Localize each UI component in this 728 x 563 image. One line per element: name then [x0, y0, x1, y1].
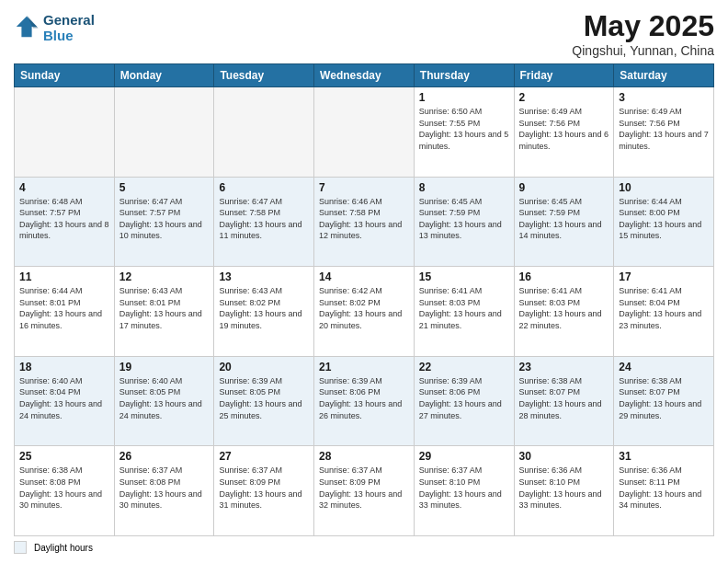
- day-number: 3: [619, 91, 709, 104]
- day-number: 18: [19, 361, 109, 373]
- logo: General Blue: [14, 13, 95, 43]
- calendar-cell: 21Sunrise: 6:39 AM Sunset: 8:06 PM Dayli…: [314, 356, 415, 446]
- day-number: 2: [519, 91, 609, 104]
- day-info: Sunrise: 6:45 AM Sunset: 7:59 PM Dayligh…: [519, 196, 609, 242]
- title-block: May 2025 Qingshui, Yunnan, China: [572, 9, 714, 58]
- day-number: 23: [519, 361, 609, 373]
- day-info: Sunrise: 6:36 AM Sunset: 8:11 PM Dayligh…: [619, 465, 709, 511]
- day-info: Sunrise: 6:41 AM Sunset: 8:03 PM Dayligh…: [419, 285, 509, 331]
- calendar-cell: 12Sunrise: 6:43 AM Sunset: 8:01 PM Dayli…: [114, 267, 214, 357]
- day-info: Sunrise: 6:37 AM Sunset: 8:10 PM Dayligh…: [419, 465, 509, 511]
- day-number: 27: [219, 450, 309, 463]
- weekday-header: Thursday: [414, 64, 514, 87]
- calendar: SundayMondayTuesdayWednesdayThursdayFrid…: [14, 63, 714, 536]
- calendar-cell: 9Sunrise: 6:45 AM Sunset: 7:59 PM Daylig…: [514, 177, 614, 267]
- day-info: Sunrise: 6:38 AM Sunset: 8:08 PM Dayligh…: [19, 465, 109, 511]
- calendar-cell: 19Sunrise: 6:40 AM Sunset: 8:05 PM Dayli…: [114, 356, 214, 446]
- day-number: 30: [519, 450, 609, 463]
- day-number: 25: [19, 450, 109, 463]
- day-info: Sunrise: 6:44 AM Sunset: 8:00 PM Dayligh…: [619, 196, 709, 242]
- day-info: Sunrise: 6:48 AM Sunset: 7:57 PM Dayligh…: [19, 196, 109, 242]
- day-number: 1: [419, 91, 509, 104]
- day-info: Sunrise: 6:41 AM Sunset: 8:04 PM Dayligh…: [619, 285, 709, 331]
- day-info: Sunrise: 6:43 AM Sunset: 8:02 PM Dayligh…: [219, 285, 309, 331]
- day-number: 20: [219, 361, 309, 373]
- day-number: 28: [319, 450, 409, 463]
- calendar-cell: 24Sunrise: 6:38 AM Sunset: 8:07 PM Dayli…: [614, 356, 714, 446]
- header: General Blue May 2025 Qingshui, Yunnan, …: [14, 9, 714, 58]
- day-number: 12: [119, 270, 210, 283]
- weekday-header: Friday: [514, 64, 614, 87]
- weekday-header: Wednesday: [314, 64, 415, 87]
- calendar-cell: 20Sunrise: 6:39 AM Sunset: 8:05 PM Dayli…: [214, 356, 314, 446]
- weekday-header: Saturday: [614, 64, 714, 87]
- day-info: Sunrise: 6:37 AM Sunset: 8:09 PM Dayligh…: [219, 465, 309, 511]
- day-info: Sunrise: 6:45 AM Sunset: 7:59 PM Dayligh…: [419, 196, 509, 242]
- day-info: Sunrise: 6:47 AM Sunset: 7:57 PM Dayligh…: [119, 196, 210, 242]
- calendar-cell: 1Sunrise: 6:50 AM Sunset: 7:55 PM Daylig…: [414, 87, 514, 178]
- calendar-cell: 2Sunrise: 6:49 AM Sunset: 7:56 PM Daylig…: [514, 87, 614, 178]
- day-info: Sunrise: 6:38 AM Sunset: 8:07 PM Dayligh…: [519, 375, 609, 421]
- day-number: 4: [19, 181, 109, 194]
- day-info: Sunrise: 6:47 AM Sunset: 7:58 PM Dayligh…: [219, 196, 309, 242]
- day-info: Sunrise: 6:44 AM Sunset: 8:01 PM Dayligh…: [19, 285, 109, 331]
- calendar-cell: 5Sunrise: 6:47 AM Sunset: 7:57 PM Daylig…: [114, 177, 214, 267]
- calendar-cell: 13Sunrise: 6:43 AM Sunset: 8:02 PM Dayli…: [214, 267, 314, 357]
- calendar-cell: 15Sunrise: 6:41 AM Sunset: 8:03 PM Dayli…: [414, 267, 514, 357]
- calendar-cell: 18Sunrise: 6:40 AM Sunset: 8:04 PM Dayli…: [15, 356, 115, 446]
- logo-text: General Blue: [43, 13, 95, 43]
- calendar-cell: 22Sunrise: 6:39 AM Sunset: 8:06 PM Dayli…: [414, 356, 514, 446]
- day-number: 7: [319, 181, 409, 194]
- day-number: 21: [319, 361, 409, 373]
- legend-box: [14, 541, 27, 554]
- day-info: Sunrise: 6:36 AM Sunset: 8:10 PM Dayligh…: [519, 465, 609, 511]
- calendar-cell: 11Sunrise: 6:44 AM Sunset: 8:01 PM Dayli…: [15, 267, 115, 357]
- month-title: May 2025: [572, 9, 714, 43]
- calendar-cell: 16Sunrise: 6:41 AM Sunset: 8:03 PM Dayli…: [514, 267, 614, 357]
- day-info: Sunrise: 6:49 AM Sunset: 7:56 PM Dayligh…: [619, 106, 709, 152]
- calendar-cell: 25Sunrise: 6:38 AM Sunset: 8:08 PM Dayli…: [15, 446, 115, 536]
- location: Qingshui, Yunnan, China: [572, 43, 714, 58]
- calendar-cell: 3Sunrise: 6:49 AM Sunset: 7:56 PM Daylig…: [614, 87, 714, 178]
- day-number: 9: [519, 181, 609, 194]
- day-info: Sunrise: 6:50 AM Sunset: 7:55 PM Dayligh…: [419, 106, 509, 152]
- calendar-cell: 29Sunrise: 6:37 AM Sunset: 8:10 PM Dayli…: [414, 446, 514, 536]
- day-number: 15: [419, 270, 509, 283]
- day-number: 26: [119, 450, 210, 463]
- legend: Daylight hours: [14, 541, 714, 554]
- day-number: 11: [19, 270, 109, 283]
- calendar-cell: 14Sunrise: 6:42 AM Sunset: 8:02 PM Dayli…: [314, 267, 415, 357]
- day-info: Sunrise: 6:38 AM Sunset: 8:07 PM Dayligh…: [619, 375, 709, 421]
- day-number: 5: [119, 181, 210, 194]
- day-info: Sunrise: 6:40 AM Sunset: 8:05 PM Dayligh…: [119, 375, 210, 421]
- day-info: Sunrise: 6:49 AM Sunset: 7:56 PM Dayligh…: [519, 106, 609, 152]
- day-number: 17: [619, 270, 709, 283]
- day-number: 10: [619, 181, 709, 194]
- calendar-cell: 10Sunrise: 6:44 AM Sunset: 8:00 PM Dayli…: [614, 177, 714, 267]
- calendar-cell: 23Sunrise: 6:38 AM Sunset: 8:07 PM Dayli…: [514, 356, 614, 446]
- logo-icon: [14, 14, 40, 40]
- day-info: Sunrise: 6:39 AM Sunset: 8:06 PM Dayligh…: [319, 375, 409, 421]
- calendar-cell: 31Sunrise: 6:36 AM Sunset: 8:11 PM Dayli…: [614, 446, 714, 536]
- weekday-header: Sunday: [15, 64, 115, 87]
- day-info: Sunrise: 6:42 AM Sunset: 8:02 PM Dayligh…: [319, 285, 409, 331]
- page: General Blue May 2025 Qingshui, Yunnan, …: [0, 0, 728, 563]
- day-number: 29: [419, 450, 509, 463]
- calendar-cell: 30Sunrise: 6:36 AM Sunset: 8:10 PM Dayli…: [514, 446, 614, 536]
- calendar-cell: [15, 87, 115, 178]
- day-info: Sunrise: 6:41 AM Sunset: 8:03 PM Dayligh…: [519, 285, 609, 331]
- calendar-cell: 4Sunrise: 6:48 AM Sunset: 7:57 PM Daylig…: [15, 177, 115, 267]
- day-number: 19: [119, 361, 210, 373]
- day-info: Sunrise: 6:46 AM Sunset: 7:58 PM Dayligh…: [319, 196, 409, 242]
- calendar-cell: 8Sunrise: 6:45 AM Sunset: 7:59 PM Daylig…: [414, 177, 514, 267]
- calendar-cell: [314, 87, 415, 178]
- day-info: Sunrise: 6:43 AM Sunset: 8:01 PM Dayligh…: [119, 285, 210, 331]
- day-number: 16: [519, 270, 609, 283]
- calendar-cell: 26Sunrise: 6:37 AM Sunset: 8:08 PM Dayli…: [114, 446, 214, 536]
- day-info: Sunrise: 6:40 AM Sunset: 8:04 PM Dayligh…: [19, 375, 109, 421]
- calendar-cell: 17Sunrise: 6:41 AM Sunset: 8:04 PM Dayli…: [614, 267, 714, 357]
- day-info: Sunrise: 6:37 AM Sunset: 8:08 PM Dayligh…: [119, 465, 210, 511]
- calendar-cell: 6Sunrise: 6:47 AM Sunset: 7:58 PM Daylig…: [214, 177, 314, 267]
- day-number: 8: [419, 181, 509, 194]
- calendar-cell: [214, 87, 314, 178]
